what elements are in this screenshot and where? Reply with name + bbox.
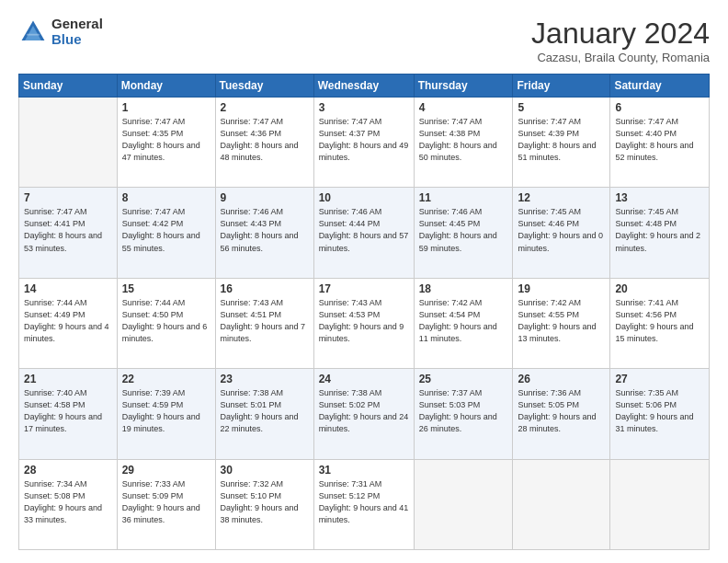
day-info: Sunrise: 7:32 AMSunset: 5:10 PMDaylight:… [221, 479, 299, 524]
day-cell: 21Sunrise: 7:40 AMSunset: 4:58 PMDayligh… [19, 369, 118, 459]
day-info: Sunrise: 7:47 AMSunset: 4:42 PMDaylight:… [122, 207, 200, 252]
day-number: 25 [419, 373, 508, 385]
day-cell [19, 98, 118, 188]
day-info: Sunrise: 7:35 AMSunset: 5:06 PMDaylight:… [615, 388, 693, 433]
logo-icon [18, 17, 48, 47]
day-header-wednesday: Wednesday [313, 75, 414, 98]
day-info: Sunrise: 7:43 AMSunset: 4:51 PMDaylight:… [221, 298, 306, 343]
day-info: Sunrise: 7:47 AMSunset: 4:40 PMDaylight:… [615, 117, 693, 162]
logo-general-text: General [51, 17, 103, 32]
day-number: 4 [419, 101, 508, 114]
week-row-4: 21Sunrise: 7:40 AMSunset: 4:58 PMDayligh… [19, 369, 710, 459]
day-number: 24 [319, 373, 409, 385]
day-number: 30 [221, 464, 309, 477]
day-header-monday: Monday [117, 75, 215, 98]
day-info: Sunrise: 7:46 AMSunset: 4:44 PMDaylight:… [319, 207, 409, 252]
day-cell: 16Sunrise: 7:43 AMSunset: 4:51 PMDayligh… [215, 278, 313, 368]
day-info: Sunrise: 7:42 AMSunset: 4:54 PMDaylight:… [419, 298, 497, 343]
header: General Blue January 2024 Cazasu, Braila… [18, 17, 710, 64]
day-number: 9 [221, 191, 309, 204]
day-number: 12 [518, 191, 605, 204]
day-cell: 27Sunrise: 7:35 AMSunset: 5:06 PMDayligh… [610, 369, 710, 459]
day-header-thursday: Thursday [414, 75, 513, 98]
day-cell: 11Sunrise: 7:46 AMSunset: 4:45 PMDayligh… [414, 188, 513, 278]
day-cell: 26Sunrise: 7:36 AMSunset: 5:05 PMDayligh… [513, 369, 610, 459]
day-info: Sunrise: 7:31 AMSunset: 5:12 PMDaylight:… [319, 479, 409, 524]
day-number: 1 [122, 101, 210, 114]
day-cell: 7Sunrise: 7:47 AMSunset: 4:41 PMDaylight… [19, 188, 118, 278]
day-number: 29 [122, 464, 210, 477]
day-number: 28 [24, 464, 112, 477]
day-number: 17 [319, 282, 409, 295]
day-info: Sunrise: 7:34 AMSunset: 5:08 PMDaylight:… [24, 479, 102, 524]
day-info: Sunrise: 7:33 AMSunset: 5:09 PMDaylight:… [122, 479, 200, 524]
day-cell: 13Sunrise: 7:45 AMSunset: 4:48 PMDayligh… [610, 188, 710, 278]
day-info: Sunrise: 7:43 AMSunset: 4:53 PMDaylight:… [319, 298, 404, 343]
day-number: 15 [122, 282, 210, 295]
week-row-3: 14Sunrise: 7:44 AMSunset: 4:49 PMDayligh… [19, 278, 710, 368]
logo-text: General Blue [51, 17, 103, 47]
day-cell: 20Sunrise: 7:41 AMSunset: 4:56 PMDayligh… [610, 278, 710, 368]
day-info: Sunrise: 7:36 AMSunset: 5:05 PMDaylight:… [518, 388, 596, 433]
day-number: 10 [319, 191, 409, 204]
day-number: 11 [419, 191, 508, 204]
day-number: 23 [221, 373, 309, 385]
day-number: 19 [518, 282, 605, 295]
day-number: 2 [221, 101, 309, 114]
day-info: Sunrise: 7:47 AMSunset: 4:41 PMDaylight:… [24, 207, 102, 252]
day-cell: 23Sunrise: 7:38 AMSunset: 5:01 PMDayligh… [215, 369, 313, 459]
day-number: 16 [221, 282, 309, 295]
calendar-table: SundayMondayTuesdayWednesdayThursdayFrid… [18, 74, 710, 550]
day-cell: 19Sunrise: 7:42 AMSunset: 4:55 PMDayligh… [513, 278, 610, 368]
day-info: Sunrise: 7:46 AMSunset: 4:45 PMDaylight:… [419, 207, 497, 252]
day-info: Sunrise: 7:44 AMSunset: 4:50 PMDaylight:… [122, 298, 208, 343]
day-number: 22 [122, 373, 210, 385]
day-info: Sunrise: 7:47 AMSunset: 4:39 PMDaylight:… [518, 117, 596, 162]
day-cell: 3Sunrise: 7:47 AMSunset: 4:37 PMDaylight… [313, 98, 414, 188]
day-info: Sunrise: 7:37 AMSunset: 5:03 PMDaylight:… [419, 388, 497, 433]
day-cell: 4Sunrise: 7:47 AMSunset: 4:38 PMDaylight… [414, 98, 513, 188]
day-info: Sunrise: 7:38 AMSunset: 5:01 PMDaylight:… [221, 388, 299, 433]
day-header-tuesday: Tuesday [215, 75, 313, 98]
day-number: 20 [615, 282, 704, 295]
week-row-1: 1Sunrise: 7:47 AMSunset: 4:35 PMDaylight… [19, 98, 710, 188]
day-cell: 24Sunrise: 7:38 AMSunset: 5:02 PMDayligh… [313, 369, 414, 459]
week-row-2: 7Sunrise: 7:47 AMSunset: 4:41 PMDaylight… [19, 188, 710, 278]
day-cell: 22Sunrise: 7:39 AMSunset: 4:59 PMDayligh… [117, 369, 215, 459]
day-number: 31 [319, 464, 409, 477]
day-cell: 29Sunrise: 7:33 AMSunset: 5:09 PMDayligh… [117, 459, 215, 549]
day-cell [513, 459, 610, 549]
day-cell: 18Sunrise: 7:42 AMSunset: 4:54 PMDayligh… [414, 278, 513, 368]
day-header-friday: Friday [513, 75, 610, 98]
day-header-saturday: Saturday [610, 75, 710, 98]
week-row-5: 28Sunrise: 7:34 AMSunset: 5:08 PMDayligh… [19, 459, 710, 549]
day-info: Sunrise: 7:46 AMSunset: 4:43 PMDaylight:… [221, 207, 299, 252]
day-info: Sunrise: 7:41 AMSunset: 4:56 PMDaylight:… [615, 298, 693, 343]
day-cell: 15Sunrise: 7:44 AMSunset: 4:50 PMDayligh… [117, 278, 215, 368]
day-number: 14 [24, 282, 112, 295]
logo-blue-text: Blue [51, 32, 103, 48]
day-number: 6 [615, 101, 704, 114]
calendar-title: January 2024 [531, 17, 710, 51]
day-cell: 1Sunrise: 7:47 AMSunset: 4:35 PMDaylight… [117, 98, 215, 188]
day-info: Sunrise: 7:39 AMSunset: 4:59 PMDaylight:… [122, 388, 200, 433]
logo: General Blue [18, 17, 103, 47]
day-cell [610, 459, 710, 549]
day-info: Sunrise: 7:45 AMSunset: 4:46 PMDaylight:… [518, 207, 603, 252]
day-cell: 31Sunrise: 7:31 AMSunset: 5:12 PMDayligh… [313, 459, 414, 549]
day-cell: 17Sunrise: 7:43 AMSunset: 4:53 PMDayligh… [313, 278, 414, 368]
calendar-subtitle: Cazasu, Braila County, Romania [531, 51, 710, 64]
day-info: Sunrise: 7:38 AMSunset: 5:02 PMDaylight:… [319, 388, 409, 433]
day-cell: 25Sunrise: 7:37 AMSunset: 5:03 PMDayligh… [414, 369, 513, 459]
day-cell: 12Sunrise: 7:45 AMSunset: 4:46 PMDayligh… [513, 188, 610, 278]
day-cell: 28Sunrise: 7:34 AMSunset: 5:08 PMDayligh… [19, 459, 118, 549]
day-cell [414, 459, 513, 549]
page: General Blue January 2024 Cazasu, Braila… [0, 0, 728, 563]
day-number: 26 [518, 373, 605, 385]
day-info: Sunrise: 7:44 AMSunset: 4:49 PMDaylight:… [24, 298, 109, 343]
day-info: Sunrise: 7:47 AMSunset: 4:37 PMDaylight:… [319, 117, 409, 162]
day-info: Sunrise: 7:40 AMSunset: 4:58 PMDaylight:… [24, 388, 102, 433]
day-number: 5 [518, 101, 605, 114]
title-block: January 2024 Cazasu, Braila County, Roma… [531, 17, 710, 64]
day-cell: 14Sunrise: 7:44 AMSunset: 4:49 PMDayligh… [19, 278, 118, 368]
